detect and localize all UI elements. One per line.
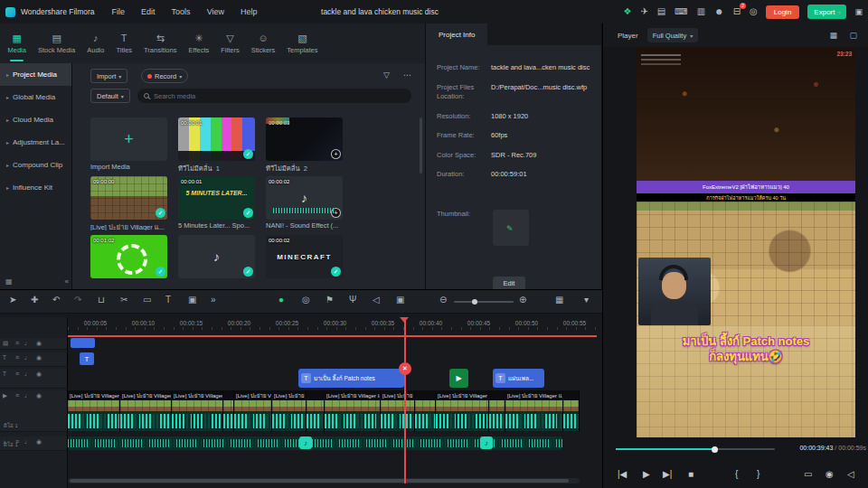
tab-stickers[interactable]: ☺Stickers bbox=[245, 23, 281, 63]
video-clip[interactable]: [Live] ปะย่าย Villager แ... bbox=[325, 390, 381, 432]
video-preview[interactable]: 23:23 FoxExtremeV2 [ฝ่าไฟอาหารแมว] 40 ภา… bbox=[637, 47, 855, 437]
video-clip[interactable] bbox=[415, 390, 436, 432]
sidebar-item-cloud-media[interactable]: ▸Cloud Media bbox=[0, 108, 71, 131]
track-header[interactable]: ♪≡♩◉ดิโอ 1 bbox=[0, 436, 68, 451]
eye-icon[interactable]: ◉ bbox=[36, 354, 42, 361]
snapshot-icon[interactable]: ◉ bbox=[826, 470, 834, 479]
added-check-icon[interactable]: ✓ bbox=[243, 149, 253, 159]
export-button[interactable]: Export ▾ bbox=[807, 5, 846, 19]
pointer-tool-icon[interactable]: ➤ bbox=[9, 296, 16, 305]
project-thumbnail[interactable]: ✎ bbox=[493, 210, 529, 246]
expand-player-icon[interactable]: ▢ bbox=[849, 31, 857, 40]
tab-effects[interactable]: ✳Effects bbox=[183, 23, 215, 63]
search-input[interactable] bbox=[154, 92, 405, 100]
media-tile[interactable]: 00:01:02✓ bbox=[90, 235, 167, 289]
sidebar-item-adjustment-la[interactable]: ▸Adjustment La... bbox=[0, 131, 71, 154]
playhead-delete-marker[interactable]: ✕ bbox=[399, 362, 411, 375]
screen-recorder-icon[interactable]: ▥ bbox=[697, 7, 705, 16]
video-clip[interactable]: [Live] ปะย่าย Villager แ... bbox=[68, 390, 120, 432]
track-header[interactable]: T≡♩◉ bbox=[0, 369, 68, 389]
mute-icon[interactable]: ♩ bbox=[24, 354, 31, 361]
play-icon[interactable]: ▶ bbox=[643, 470, 650, 479]
eye-icon[interactable]: ◉ bbox=[36, 438, 42, 446]
video-clip[interactable]: [Live] ปะย่าย Villager แ... bbox=[505, 390, 563, 432]
chroma-key-icon[interactable]: ● bbox=[278, 296, 284, 305]
tab-project-info[interactable]: Project Info bbox=[426, 23, 487, 45]
video-clip[interactable]: [Live] ปะย่าย Villager แ... bbox=[436, 390, 489, 432]
window-restore-icon[interactable]: ▣ bbox=[854, 7, 863, 16]
media-tile[interactable]: MINECRAFT00:00:02✓ bbox=[266, 235, 343, 289]
eye-icon[interactable]: ◉ bbox=[36, 340, 42, 347]
keyboard-shortcut-icon[interactable]: ⌨ bbox=[675, 7, 687, 16]
delete-icon[interactable]: ⊔ bbox=[98, 296, 105, 305]
mute-icon[interactable]: ♩ bbox=[24, 340, 31, 347]
select-tool-icon[interactable]: ✚ bbox=[31, 296, 38, 305]
redo-icon[interactable]: ↷ bbox=[74, 296, 81, 305]
rocket-icon[interactable]: ✈ bbox=[640, 7, 647, 16]
crop-icon[interactable]: ▭ bbox=[143, 296, 151, 305]
news-icon[interactable]: ▤ bbox=[657, 7, 665, 16]
media-scrollbar[interactable] bbox=[420, 117, 422, 174]
eye-icon[interactable]: ◉ bbox=[36, 392, 42, 399]
media-tile[interactable]: 09:00:00✓[Live] ปะย่าย Villager แ... bbox=[90, 176, 167, 230]
zoom-slider-knob[interactable] bbox=[472, 299, 477, 305]
more-tools-icon[interactable]: » bbox=[211, 296, 216, 305]
track-header[interactable]: ▶≡♩◉ดิโอ 1 bbox=[0, 390, 68, 432]
mute-icon[interactable]: ♩ bbox=[24, 438, 31, 446]
gift-icon[interactable]: ❖ bbox=[623, 7, 631, 16]
menu-help[interactable]: Help bbox=[232, 0, 266, 23]
transform-icon[interactable]: ▣ bbox=[188, 296, 196, 305]
mute-icon[interactable]: ♩ bbox=[24, 392, 31, 399]
default-filter-dropdown[interactable]: Default ▾ bbox=[90, 89, 130, 103]
timeline-menu-icon[interactable]: ▾ bbox=[584, 296, 589, 305]
added-check-icon[interactable]: ✓ bbox=[243, 267, 253, 277]
menu-view[interactable]: View bbox=[199, 0, 232, 23]
playhead[interactable] bbox=[404, 317, 406, 483]
audio-effect-chip[interactable]: ♪ bbox=[299, 436, 312, 449]
added-check-icon[interactable]: ✓ bbox=[243, 208, 253, 218]
media-tile[interactable]: 00:00:03+ทีวีไม่มีคลื่น_2 bbox=[266, 117, 343, 172]
track-menu-icon[interactable]: ≡ bbox=[15, 354, 19, 361]
track-menu-icon[interactable]: ≡ bbox=[15, 371, 19, 378]
sidebar-item-project-media[interactable]: ▸Project Media bbox=[0, 63, 71, 86]
track-header[interactable]: ▤≡♩◉ bbox=[0, 338, 68, 350]
zoom-out-icon[interactable]: ⊖ bbox=[439, 296, 447, 305]
mark-in-icon[interactable]: { bbox=[735, 470, 738, 479]
edit-button[interactable]: Edit bbox=[493, 277, 525, 290]
added-check-icon[interactable]: ✓ bbox=[156, 267, 165, 277]
playback-progress-bar[interactable] bbox=[616, 448, 775, 450]
sidebar-item-compound-clip[interactable]: ▸Compound Clip bbox=[0, 154, 71, 176]
media-tile[interactable]: +Import Media bbox=[90, 117, 167, 172]
video-clip[interactable] bbox=[307, 390, 325, 432]
more-options-icon[interactable]: ⋯ bbox=[403, 70, 411, 80]
text-clip-small[interactable]: T bbox=[80, 352, 94, 365]
audio-mixer-icon[interactable]: ◁ bbox=[373, 296, 380, 305]
display-setting-icon[interactable]: ▭ bbox=[804, 470, 812, 479]
title-clip[interactable]: Tมาเป็น ลิ้งก์ Patch notes bbox=[298, 369, 404, 388]
title-clip-small[interactable] bbox=[71, 338, 95, 348]
menu-file[interactable]: File bbox=[104, 0, 134, 23]
progress-knob[interactable] bbox=[712, 446, 718, 453]
split-screen-icon[interactable]: ▦ bbox=[829, 31, 837, 40]
mark-out-icon[interactable]: } bbox=[757, 470, 760, 479]
add-plus-icon[interactable]: + bbox=[331, 149, 341, 159]
title-clip[interactable]: Tแผ่นเพล... bbox=[493, 369, 544, 388]
media-tile[interactable]: 00:00:01✓ทีวีไม่มีคลื่น_1 bbox=[178, 117, 255, 172]
media-clip[interactable]: ▶ bbox=[449, 369, 468, 388]
video-clip[interactable]: [Live] ปะย่าย Villager แ... bbox=[272, 390, 307, 432]
bell-icon[interactable]: ◎ bbox=[750, 7, 758, 16]
added-check-icon[interactable]: ✓ bbox=[331, 267, 341, 277]
sidebar-item-influence-kit[interactable]: ▸Influence Kit bbox=[0, 176, 71, 199]
tab-filters[interactable]: ▽Filters bbox=[215, 23, 245, 63]
tab-audio[interactable]: ♪Audio bbox=[81, 23, 110, 63]
search-box[interactable] bbox=[137, 89, 411, 103]
video-clip[interactable]: [Live] ปะย่าย Villager แ... bbox=[381, 390, 415, 432]
media-tile[interactable]: 5 MINUTES LATER...00:00:01✓5 Minutes Lat… bbox=[178, 176, 255, 230]
audio-effect-chip[interactable]: ♪ bbox=[480, 436, 493, 449]
previous-frame-icon[interactable]: |◀ bbox=[618, 470, 627, 479]
record-button[interactable]: Record ▾ bbox=[141, 69, 188, 83]
track-menu-icon[interactable]: ≡ bbox=[15, 340, 19, 347]
track-menu-icon[interactable]: ≡ bbox=[15, 392, 19, 399]
motion-track-icon[interactable]: ◎ bbox=[302, 296, 310, 305]
next-frame-icon[interactable]: ▶| bbox=[663, 470, 672, 479]
